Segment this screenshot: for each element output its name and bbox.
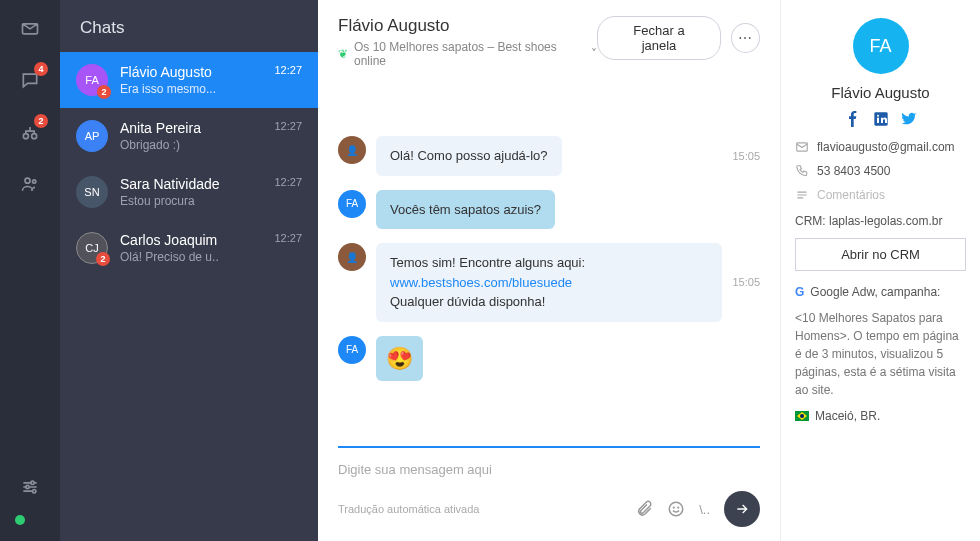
- unread-badge: 2: [96, 252, 110, 266]
- message-time: 15:05: [732, 276, 760, 288]
- emoji-icon[interactable]: [667, 500, 685, 518]
- chat-item-preview: Obrigado :): [120, 138, 262, 152]
- chat-item-name: Flávio Augusto: [120, 64, 262, 80]
- message-row: 👤Temos sim! Encontre alguns aqui: www.be…: [338, 243, 760, 322]
- attachment-icon[interactable]: [635, 500, 653, 518]
- leaf-icon: ❦: [338, 47, 348, 61]
- open-crm-button[interactable]: Abrir no CRM: [795, 238, 966, 271]
- social-links: [795, 111, 966, 130]
- svg-point-4: [31, 481, 34, 484]
- comments-row[interactable]: Comentários: [795, 188, 966, 202]
- contact-phone[interactable]: 53 8403 4500: [817, 164, 890, 178]
- svg-rect-11: [877, 118, 879, 123]
- svg-point-9: [678, 507, 679, 508]
- svg-point-2: [25, 178, 30, 183]
- comments-placeholder: Comentários: [817, 188, 885, 202]
- chat-icon[interactable]: 4: [18, 68, 42, 92]
- status-indicator[interactable]: [15, 515, 25, 525]
- svg-point-0: [23, 134, 28, 139]
- agents-icon[interactable]: [18, 172, 42, 196]
- linkedin-icon[interactable]: [873, 111, 889, 130]
- translation-hint: Tradução automática ativada: [338, 503, 479, 515]
- twitter-icon[interactable]: [901, 111, 917, 130]
- facebook-icon[interactable]: [845, 111, 861, 130]
- close-window-button[interactable]: Fechar a janela: [597, 16, 721, 60]
- settings-icon[interactable]: [18, 475, 42, 499]
- campaign-row: G Google Adw, campanha:: [795, 285, 966, 299]
- message-time: 15:05: [732, 150, 760, 162]
- contact-email-row: flavioaugusto@gmail.com: [795, 140, 966, 154]
- chat-list-header: Chats: [60, 0, 318, 52]
- campaign-description: <10 Melhores Sapatos para Homens>. O tem…: [795, 309, 966, 399]
- message-bubble: 😍: [376, 336, 423, 381]
- chat-item-preview: Olá! Preciso de u..: [120, 250, 262, 264]
- chat-avatar: SN: [76, 176, 108, 208]
- svg-point-6: [33, 490, 36, 493]
- visitors-badge: 2: [34, 114, 48, 128]
- nav-rail: 4 2: [0, 0, 60, 541]
- chat-item-time: 12:27: [274, 176, 302, 188]
- chat-list-item[interactable]: AP Anita Pereira Obrigado :) 12:27: [60, 108, 318, 164]
- contact-avatar: FA: [853, 18, 909, 74]
- svg-point-7: [669, 502, 683, 516]
- chat-item-preview: Era isso mesmo...: [120, 82, 262, 96]
- message-row: 👤Olá! Como posso ajudá-lo?15:05: [338, 136, 760, 176]
- message-list: 👤Olá! Como posso ajudá-lo?15:05FAVocês t…: [318, 76, 780, 436]
- conversation-subtitle[interactable]: ❦ Os 10 Melhores sapatos – Best shoes on…: [338, 40, 597, 68]
- phone-icon: [795, 164, 809, 178]
- message-composer: Tradução automática ativada \..: [318, 436, 780, 541]
- unread-badge: 2: [97, 85, 111, 99]
- conversation-title: Flávio Augusto: [338, 16, 597, 36]
- chat-badge: 4: [34, 62, 48, 76]
- message-input[interactable]: [338, 456, 760, 483]
- contact-name: Flávio Augusto: [795, 84, 966, 101]
- contact-phone-row: 53 8403 4500: [795, 164, 966, 178]
- svg-point-1: [32, 134, 37, 139]
- chat-list-item[interactable]: FA2 Flávio Augusto Era isso mesmo... 12:…: [60, 52, 318, 108]
- email-icon: [795, 140, 809, 154]
- chat-item-name: Anita Pereira: [120, 120, 262, 136]
- message-link[interactable]: www.bestshoes.com/bluesuede: [390, 275, 572, 290]
- message-avatar: FA: [338, 190, 366, 218]
- chat-item-name: Sara Natividade: [120, 176, 262, 192]
- chat-avatar: FA2: [76, 64, 108, 96]
- message-bubble: Olá! Como posso ajudá-lo?: [376, 136, 562, 176]
- svg-point-8: [674, 507, 675, 508]
- google-icon: G: [795, 285, 804, 299]
- chat-item-preview: Estou procura: [120, 194, 262, 208]
- send-button[interactable]: [724, 491, 760, 527]
- chat-avatar: CJ2: [76, 232, 108, 264]
- brazil-flag-icon: [795, 411, 809, 421]
- chat-avatar: AP: [76, 120, 108, 152]
- shortcut-icon[interactable]: \..: [699, 502, 710, 517]
- chat-item-time: 12:27: [274, 232, 302, 244]
- chat-list-item[interactable]: SN Sara Natividade Estou procura 12:27: [60, 164, 318, 220]
- message-row: FAVocês têm sapatos azuis?: [338, 190, 760, 230]
- comments-icon: [795, 188, 809, 202]
- inbox-icon[interactable]: [18, 16, 42, 40]
- more-options-button[interactable]: ⋯: [731, 23, 760, 53]
- svg-point-5: [26, 485, 29, 488]
- conversation-header: Flávio Augusto ❦ Os 10 Melhores sapatos …: [318, 0, 780, 76]
- contact-email[interactable]: flavioaugusto@gmail.com: [817, 140, 955, 154]
- message-row: FA😍: [338, 336, 760, 381]
- visitors-icon[interactable]: 2: [18, 120, 42, 144]
- svg-point-3: [33, 180, 36, 183]
- message-bubble: Temos sim! Encontre alguns aqui: www.bes…: [376, 243, 722, 322]
- message-bubble: Vocês têm sapatos azuis?: [376, 190, 555, 230]
- chat-item-time: 12:27: [274, 120, 302, 132]
- chat-list-item[interactable]: CJ2 Carlos Joaquim Olá! Preciso de u.. 1…: [60, 220, 318, 276]
- conversation-panel: Flávio Augusto ❦ Os 10 Melhores sapatos …: [318, 0, 780, 541]
- location-row: Maceió, BR.: [795, 409, 966, 423]
- chat-item-time: 12:27: [274, 64, 302, 76]
- contact-info-panel: FA Flávio Augusto flavioaugusto@gmail.co…: [780, 0, 980, 541]
- campaign-label: Google Adw, campanha:: [810, 285, 940, 299]
- composer-divider: [338, 446, 760, 448]
- location-text: Maceió, BR.: [815, 409, 880, 423]
- svg-point-12: [877, 115, 879, 117]
- message-avatar: FA: [338, 336, 366, 364]
- chat-list-panel: Chats FA2 Flávio Augusto Era isso mesmo.…: [60, 0, 318, 541]
- crm-label: CRM: laplas-legolas.com.br: [795, 214, 966, 228]
- chat-item-name: Carlos Joaquim: [120, 232, 262, 248]
- message-avatar: 👤: [338, 243, 366, 271]
